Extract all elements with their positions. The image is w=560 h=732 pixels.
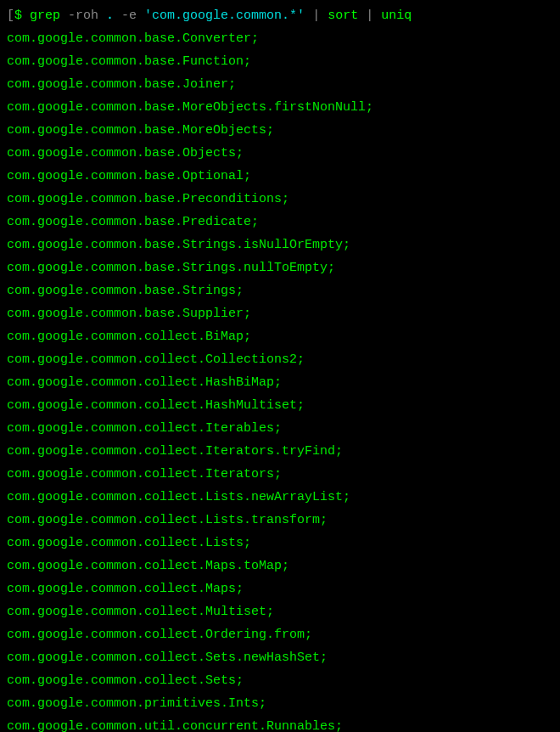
pipe-2: | — [358, 8, 381, 23]
terminal-output: com.google.common.base.Converter;com.goo… — [7, 27, 553, 732]
output-line: com.google.common.base.Supplier; — [7, 302, 553, 325]
uniq-command: uniq — [381, 8, 412, 23]
output-line: com.google.common.collect.Maps; — [7, 577, 553, 600]
output-line: com.google.common.base.Predicate; — [7, 211, 553, 234]
output-line: com.google.common.primitives.Ints; — [7, 692, 553, 715]
grep-command: grep — [30, 8, 60, 23]
output-line: com.google.common.base.Strings; — [7, 279, 553, 302]
output-line: com.google.common.collect.Ordering.from; — [7, 623, 553, 646]
prompt-dollar: $ — [14, 8, 30, 23]
command-prompt-line: [$ grep -roh . -e 'com.google.common.*' … — [7, 4, 553, 27]
output-line: com.google.common.base.Strings.isNullOrE… — [7, 234, 553, 256]
output-line: com.google.common.collect.Collections2; — [7, 348, 553, 371]
output-line: com.google.common.base.MoreObjects; — [7, 119, 553, 142]
output-line: com.google.common.collect.Iterators; — [7, 463, 553, 486]
grep-path: . — [106, 8, 114, 23]
output-line: com.google.common.util.concurrent.Runnab… — [7, 715, 553, 732]
output-line: com.google.common.collect.Sets.newHashSe… — [7, 646, 553, 669]
terminal-window[interactable]: [$ grep -roh . -e 'com.google.common.*' … — [7, 4, 553, 732]
output-line: com.google.common.collect.Lists; — [7, 532, 553, 555]
output-line: com.google.common.base.Joiner; — [7, 73, 553, 96]
grep-dash-e: -e — [114, 8, 144, 23]
prompt-bracket: [ — [7, 8, 14, 23]
output-line: com.google.common.collect.Sets; — [7, 669, 553, 692]
output-line: com.google.common.collect.Lists.newArray… — [7, 486, 553, 509]
output-line: com.google.common.base.MoreObjects.first… — [7, 96, 553, 119]
output-line: com.google.common.base.Converter; — [7, 27, 553, 50]
pipe-1: | — [305, 8, 328, 23]
output-line: com.google.common.collect.Iterables; — [7, 417, 553, 440]
output-line: com.google.common.collect.HashMultiset; — [7, 394, 553, 417]
sort-command: sort — [328, 8, 358, 23]
grep-pattern: 'com.google.common.*' — [144, 8, 305, 23]
output-line: com.google.common.collect.Lists.transfor… — [7, 509, 553, 532]
output-line: com.google.common.collect.BiMap; — [7, 325, 553, 348]
output-line: com.google.common.collect.HashBiMap; — [7, 371, 553, 394]
output-line: com.google.common.collect.Multiset; — [7, 600, 553, 623]
output-line: com.google.common.base.Preconditions; — [7, 188, 553, 211]
grep-flags: -roh — [60, 8, 106, 23]
output-line: com.google.common.base.Objects; — [7, 142, 553, 165]
output-line: com.google.common.base.Strings.nullToEmp… — [7, 256, 553, 279]
output-line: com.google.common.base.Optional; — [7, 165, 553, 188]
output-line: com.google.common.collect.Maps.toMap; — [7, 555, 553, 577]
output-line: com.google.common.collect.Iterators.tryF… — [7, 440, 553, 463]
output-line: com.google.common.base.Function; — [7, 50, 553, 73]
